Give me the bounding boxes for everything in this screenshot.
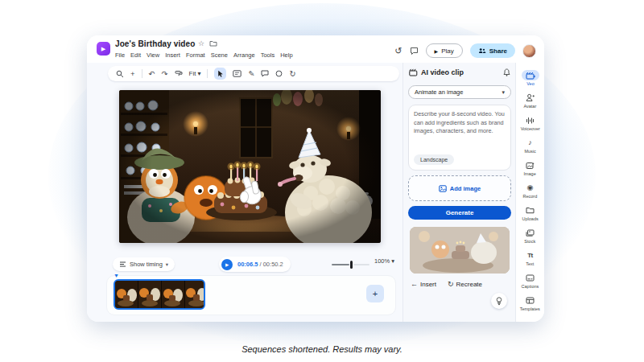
sidebar-item-avatar[interactable]: Avatar bbox=[516, 89, 545, 112]
mode-selector-dropdown[interactable]: Animate an image ▾ bbox=[408, 85, 511, 99]
slider-handle[interactable] bbox=[350, 261, 353, 269]
sidebar-item-veo[interactable]: Veo bbox=[516, 67, 545, 89]
insert-sidebar: Veo Avatar Voiceover ♪ Music Image ◉ Rec… bbox=[515, 63, 544, 322]
undo-icon[interactable]: ↶ bbox=[149, 70, 155, 78]
tips-button[interactable] bbox=[491, 293, 507, 309]
sidebar-item-templates[interactable]: Templates bbox=[516, 292, 545, 315]
clip-frame bbox=[185, 281, 205, 308]
birthday-scene-illustration bbox=[119, 90, 381, 243]
select-tool-button[interactable] bbox=[214, 68, 226, 80]
toolbar-divider bbox=[207, 69, 208, 78]
chevron-down-icon: ▾ bbox=[502, 89, 505, 96]
recreate-icon: ↻ bbox=[448, 280, 454, 288]
menu-bar: File Edit View Insert Format Scene Arran… bbox=[115, 51, 293, 59]
sidebar-item-voiceover[interactable]: Voiceover bbox=[516, 112, 545, 134]
timing-icon bbox=[119, 261, 126, 268]
document-title[interactable]: Joe's Birthday video bbox=[115, 39, 195, 48]
menu-file[interactable]: File bbox=[115, 51, 125, 59]
back-arrow-icon: ← bbox=[411, 280, 418, 288]
menu-format[interactable]: Format bbox=[186, 51, 205, 59]
move-folder-icon[interactable] bbox=[209, 40, 217, 47]
text-icon: Tt bbox=[527, 253, 533, 259]
clip-frame bbox=[162, 281, 185, 308]
video-preview[interactable] bbox=[119, 90, 381, 243]
recreate-button[interactable]: ↻ Recreate bbox=[448, 280, 482, 288]
comment-icon[interactable] bbox=[410, 47, 419, 56]
playhead-marker[interactable]: ▼ bbox=[114, 273, 119, 278]
record-camera-icon: ◉ bbox=[527, 184, 534, 191]
generated-result-preview[interactable] bbox=[410, 227, 510, 274]
current-time: 00:06.5 bbox=[237, 261, 258, 268]
clapperboard-icon bbox=[409, 68, 418, 76]
menu-tools[interactable]: Tools bbox=[261, 51, 275, 59]
add-clip-button[interactable]: + bbox=[366, 285, 384, 302]
sidebar-item-image[interactable]: Image bbox=[516, 157, 545, 179]
image-icon bbox=[439, 185, 447, 192]
pen-tool-icon[interactable]: ✎ bbox=[248, 70, 254, 78]
menu-edit[interactable]: Edit bbox=[130, 51, 141, 59]
version-history-icon[interactable]: ↺ bbox=[394, 47, 402, 56]
account-avatar[interactable] bbox=[522, 44, 536, 58]
shape-tool-icon[interactable] bbox=[275, 70, 283, 77]
disclaimer-caption: Sequences shortened. Results may vary. bbox=[0, 344, 644, 354]
share-button[interactable]: Share bbox=[470, 43, 515, 58]
star-icon[interactable]: ☆ bbox=[198, 39, 204, 47]
music-note-icon: ♪ bbox=[528, 139, 532, 146]
timeline-play-button[interactable]: ▶ bbox=[221, 259, 233, 270]
sidebar-item-stock[interactable]: Stock bbox=[516, 224, 545, 247]
menu-arrange[interactable]: Arrange bbox=[233, 51, 255, 59]
vids-logo[interactable]: ▶ bbox=[97, 42, 110, 56]
app-window: ▶ Joe's Birthday video ☆ File Edit View … bbox=[87, 35, 544, 322]
play-icon: ▶ bbox=[435, 48, 439, 54]
prompt-placeholder: Describe your 8-second video. You can ad… bbox=[414, 110, 506, 136]
add-image-button[interactable]: Add image bbox=[408, 175, 511, 201]
templates-icon bbox=[526, 297, 535, 304]
menu-view[interactable]: View bbox=[147, 51, 159, 59]
rotate-tool-icon[interactable]: ↻ bbox=[289, 70, 295, 78]
people-icon bbox=[478, 47, 486, 54]
zoom-slider[interactable] bbox=[332, 261, 369, 269]
fit-zoom-dropdown[interactable]: Fit▾ bbox=[189, 70, 201, 77]
play-glyph: ▶ bbox=[101, 46, 105, 52]
text-box-icon[interactable] bbox=[233, 70, 242, 77]
paint-format-icon[interactable] bbox=[175, 70, 183, 78]
sidebar-item-record[interactable]: ◉ Record bbox=[516, 179, 545, 202]
zoom-tool-icon[interactable] bbox=[116, 70, 124, 78]
app-header: ▶ Joe's Birthday video ☆ File Edit View … bbox=[87, 35, 544, 63]
sidebar-item-uploads[interactable]: Uploads bbox=[516, 202, 545, 224]
sidebar-item-music[interactable]: ♪ Music bbox=[516, 134, 545, 157]
plus-icon: + bbox=[373, 289, 378, 298]
editor-canvas-region: + ↶ ↷ Fit▾ ✎ ↻ bbox=[87, 63, 402, 322]
insert-button[interactable]: ← Insert bbox=[411, 280, 436, 288]
clapperboard-sparkle-icon bbox=[526, 72, 535, 80]
panel-title: AI video clip bbox=[421, 68, 500, 76]
folder-icon bbox=[526, 207, 535, 214]
sidebar-item-captions[interactable]: Captions bbox=[516, 269, 545, 292]
menu-scene[interactable]: Scene bbox=[211, 51, 228, 59]
slider-track bbox=[353, 264, 369, 265]
add-scene-icon[interactable]: + bbox=[130, 70, 135, 78]
timeline-clip[interactable] bbox=[114, 279, 205, 310]
prompt-input[interactable]: Describe your 8-second video. You can ad… bbox=[408, 105, 511, 171]
ai-video-clip-panel: AI video clip Animate an image ▾ Describ… bbox=[402, 63, 515, 322]
cursor-icon bbox=[217, 70, 224, 77]
playback-controls: Show timing ▾ ▶ 00:06.5 / 00:50.2 100%▾ bbox=[87, 256, 402, 274]
generate-button[interactable]: Generate bbox=[408, 206, 511, 220]
bell-icon[interactable] bbox=[503, 68, 510, 76]
stock-images-icon bbox=[526, 229, 535, 237]
menu-insert[interactable]: Insert bbox=[165, 51, 180, 59]
chevron-down-icon: ▾ bbox=[391, 257, 394, 265]
speech-bubble-icon[interactable] bbox=[261, 70, 269, 77]
aspect-ratio-chip[interactable]: Landscape bbox=[414, 154, 454, 165]
clip-frame bbox=[115, 281, 138, 308]
show-timing-button[interactable]: Show timing ▾ bbox=[113, 257, 175, 271]
sidebar-item-text[interactable]: Tt Text bbox=[516, 247, 545, 269]
image-sparkle-icon bbox=[526, 162, 535, 170]
zoom-level-dropdown[interactable]: 100%▾ bbox=[374, 257, 394, 265]
redo-icon[interactable]: ↷ bbox=[162, 70, 168, 78]
menu-help[interactable]: Help bbox=[280, 51, 292, 59]
person-plus-icon bbox=[526, 93, 535, 102]
slider-track-filled bbox=[332, 264, 349, 265]
page: ▶ Joe's Birthday video ☆ File Edit View … bbox=[0, 0, 644, 362]
play-button[interactable]: ▶ Play bbox=[426, 43, 463, 58]
